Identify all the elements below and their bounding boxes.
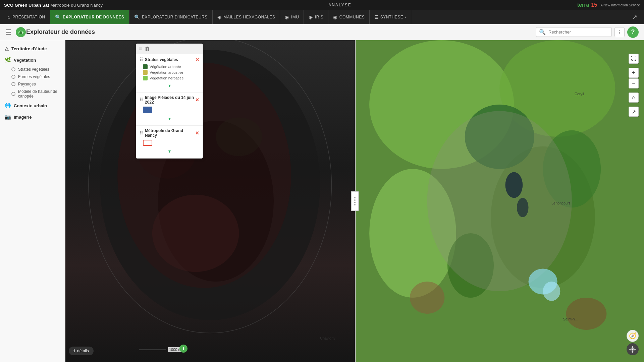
- metropole-thumb: [143, 140, 152, 146]
- imu-icon: ◉: [285, 14, 289, 20]
- content-area: △ Territoire d'étude 🌿 Végétation Strate…: [0, 40, 644, 362]
- communes-icon: ◉: [333, 14, 337, 20]
- legend-color-arbustive: [143, 70, 148, 75]
- scale-line: [139, 349, 166, 350]
- drag-handle-strates[interactable]: ⠿: [140, 57, 143, 62]
- share-button[interactable]: ↗: [629, 107, 639, 117]
- svg-point-25: [632, 349, 633, 350]
- info-icon: ℹ: [73, 349, 75, 353]
- close-layer-metropole[interactable]: ✕: [195, 130, 199, 136]
- analyse-label: ANALYSE: [103, 3, 577, 7]
- app-title-header: Explorateur de données: [26, 28, 536, 36]
- territoire-icon: △: [5, 46, 9, 52]
- layer-metropole: ⠿ Métropole du Grand Nancy ✕ ▾: [136, 126, 203, 158]
- expand-btn-metropole[interactable]: ▾: [140, 147, 199, 155]
- layer-title-pleiades: ⠿ Image Pléiades du 14 juin 2022: [140, 95, 195, 105]
- contexte-icon: 🌐: [5, 103, 11, 109]
- iris-icon: ◉: [309, 14, 313, 20]
- search-container: 🔍 ⋮: [536, 27, 625, 37]
- sidebar-sub-strates-vegetales[interactable]: Strates végétales: [0, 66, 65, 73]
- close-layer-pleiades[interactable]: ✕: [195, 97, 199, 103]
- share-nav-icon[interactable]: ↗: [628, 13, 641, 21]
- help-button[interactable]: ?: [627, 26, 639, 38]
- hex-icon: ◉: [217, 14, 222, 20]
- nav-mailles-hexagonales[interactable]: ◉ MAILLES HEXAGONALES: [213, 10, 280, 24]
- scale-bar: 1000 m: [139, 347, 182, 352]
- legend-arboree: Végétation arborée: [140, 64, 199, 69]
- search-input[interactable]: [548, 29, 609, 35]
- layer-panel-header: ≡ 🗑: [136, 44, 203, 54]
- legend-color-herbacee: [143, 76, 148, 80]
- map-area[interactable]: Chavigny Lenoncourt Saint-N... Ceryll ≡ …: [65, 40, 644, 362]
- nav-iris[interactable]: ◉ IRIS: [304, 10, 328, 24]
- radio-paysages: [11, 82, 15, 86]
- details-button[interactable]: ℹ détails: [69, 347, 94, 355]
- delete-icon[interactable]: 🗑: [145, 46, 150, 52]
- sidebar: △ Territoire d'étude 🌿 Végétation Strate…: [0, 40, 65, 362]
- map-satellite-left: [65, 40, 355, 362]
- sidebar-item-territoire[interactable]: △ Territoire d'étude: [0, 43, 65, 54]
- location-icon: [629, 346, 636, 353]
- compass[interactable]: 🧭: [627, 330, 639, 342]
- home-button[interactable]: ⌂: [629, 93, 639, 103]
- logo: terra 15 A New Information Service: [577, 2, 640, 8]
- menu-icon[interactable]: ☰: [5, 28, 11, 36]
- options-button[interactable]: ⋮: [614, 27, 625, 37]
- split-handle[interactable]: [351, 191, 359, 211]
- nav-presentation[interactable]: ⌂ PRÉSENTATION: [3, 10, 50, 24]
- layer-block-header-strates: ⠿ Strates végétales ✕: [140, 57, 199, 62]
- legend-herbacee: Végétation herbacée: [140, 76, 199, 80]
- svg-point-18: [517, 198, 529, 217]
- info-button[interactable]: i: [179, 345, 187, 353]
- drag-handle-pleiades[interactable]: ⠿: [140, 97, 143, 103]
- layer-title-metropole: ⠿ Métropole du Grand Nancy: [140, 128, 195, 138]
- svg-point-22: [566, 298, 606, 330]
- radio-strates: [11, 67, 15, 71]
- fullscreen-button[interactable]: ⛶: [629, 54, 639, 64]
- sidebar-item-contexte-urbain[interactable]: 🌐 Contexte urbain: [0, 100, 65, 111]
- zoom-out-button[interactable]: −: [629, 78, 639, 88]
- layer-title-strates: ⠿ Strates végétales: [140, 57, 178, 62]
- home-icon: ⌂: [7, 14, 10, 20]
- search-icon-indicators: 🔍: [134, 14, 140, 20]
- list-view-icon[interactable]: ≡: [139, 46, 142, 52]
- app-title: SCO Green Urban Sat Métropole du Grand N…: [4, 3, 103, 8]
- pleiades-thumb: [143, 107, 152, 113]
- radio-formes: [11, 75, 15, 79]
- sidebar-item-imagerie[interactable]: 📷 Imagerie: [0, 111, 65, 123]
- nav-explorateur-indicateurs[interactable]: 🔍 EXPLORATEUR D'INDICATEURS: [129, 10, 213, 24]
- expand-btn-strates[interactable]: ▾: [140, 81, 199, 89]
- svg-point-6: [216, 117, 262, 156]
- sidebar-item-vegetation[interactable]: 🌿 Végétation: [0, 54, 65, 66]
- layer-pleiades: ⠿ Image Pléiades du 14 juin 2022 ✕ ▾: [136, 93, 203, 126]
- zoom-in-button[interactable]: +: [629, 68, 639, 78]
- sidebar-sub-modele-hauteur[interactable]: Modèle de hauteur de canopée: [0, 88, 65, 100]
- expand-btn-pleiades[interactable]: ▾: [140, 115, 199, 123]
- legend-color-arboree: [143, 64, 148, 69]
- radio-modele: [11, 92, 15, 96]
- close-layer-strates[interactable]: ✕: [195, 57, 199, 62]
- location-marker[interactable]: [627, 343, 639, 355]
- legend-arbustive: Végétation arbustive: [140, 70, 199, 75]
- app-header: ☰ Explorateur de données 🔍 ⋮ ?: [0, 24, 644, 40]
- layer-panel: ≡ 🗑 ⠿ Strates végétales ✕ Végétation arb…: [136, 44, 203, 159]
- search-box: 🔍: [536, 27, 612, 37]
- nav-imu[interactable]: ◉ IMU: [280, 10, 304, 24]
- sidebar-sub-formes-vegetales[interactable]: Formes végétales: [0, 73, 65, 80]
- map-controls: ⛶ + − ⌂ ↗: [629, 54, 639, 117]
- layer-strates-vegetales: ⠿ Strates végétales ✕ Végétation arborée…: [136, 54, 203, 93]
- svg-point-21: [410, 282, 444, 314]
- nav-explorateur-donnees[interactable]: 🔍 EXPLORATEUR DE DONNEES: [50, 10, 129, 24]
- top-bar: SCO Green Urban Sat Métropole du Grand N…: [0, 0, 644, 10]
- drag-handle-metropole[interactable]: ⠿: [140, 130, 143, 136]
- sidebar-sub-paysages[interactable]: Paysages: [0, 80, 65, 88]
- nav-bar: ⌂ PRÉSENTATION 🔍 EXPLORATEUR DE DONNEES …: [0, 10, 644, 24]
- svg-point-16: [427, 111, 572, 291]
- svg-point-20: [543, 282, 560, 301]
- nav-synthese[interactable]: ☰ SYNTHESE ›: [370, 10, 411, 24]
- app-logo: [15, 27, 26, 38]
- vegetation-icon: 🌿: [5, 57, 11, 63]
- layer-block-header-pleiades: ⠿ Image Pléiades du 14 juin 2022 ✕: [140, 95, 199, 105]
- svg-point-17: [505, 172, 523, 198]
- nav-communes[interactable]: ◉ COMMUNES: [328, 10, 370, 24]
